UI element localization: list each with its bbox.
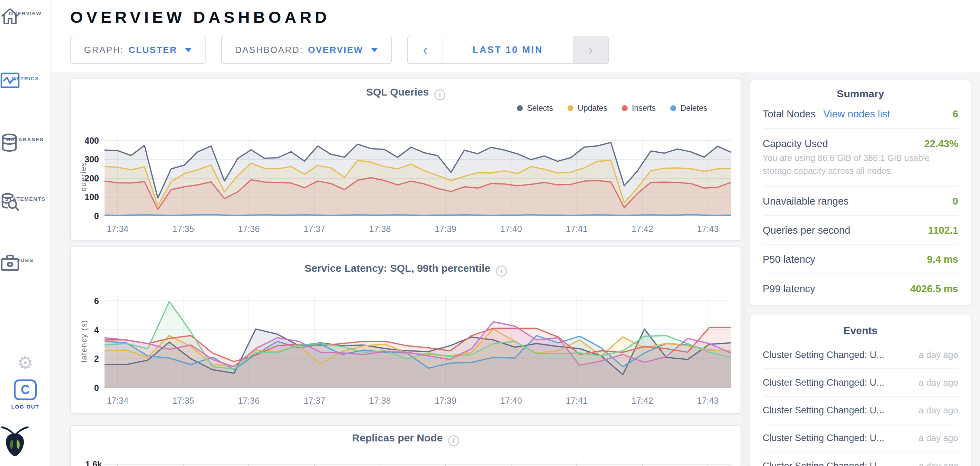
svg-text:200: 200 <box>84 174 99 183</box>
svg-text:17:39: 17:39 <box>434 224 457 234</box>
sidebar-item-overview[interactable]: OVERVIEW <box>0 7 51 16</box>
svg-text:17:35: 17:35 <box>172 396 194 405</box>
logout-label: LOG OUT <box>0 404 51 410</box>
graph-select-dropdown[interactable]: GRAPH: CLUSTER <box>70 36 205 64</box>
summary-row-label: Total Nodes <box>763 109 816 120</box>
summary-row-label: Capacity Used <box>763 138 828 150</box>
events-panel: Events Cluster Setting Changed: U...a da… <box>749 314 971 466</box>
event-row[interactable]: Cluster Setting Changed: U...a day ago <box>763 342 958 369</box>
scrollbar[interactable] <box>742 73 748 464</box>
event-time: a day ago <box>919 433 958 444</box>
dashboard-select-dropdown[interactable]: DASHBOARD: OVERVIEW <box>221 36 392 64</box>
view-nodes-list-link[interactable]: View nodes list <box>823 109 890 120</box>
event-text: Cluster Setting Changed: U... <box>763 377 884 388</box>
time-prev-button[interactable]: ‹ <box>408 36 442 63</box>
summary-row-value: 0 <box>953 196 958 207</box>
dashboard-select-value: OVERVIEW <box>308 45 363 55</box>
svg-text:0: 0 <box>94 383 99 393</box>
svg-text:17:40: 17:40 <box>500 224 522 234</box>
summary-panel: Summary Total NodesView nodes list6Capac… <box>749 80 971 305</box>
svg-text:17:42: 17:42 <box>632 224 653 234</box>
sidebar-item-databases[interactable]: DATABASES <box>0 133 51 142</box>
summary-row-label: Queries per second <box>763 225 850 236</box>
graph-select-value: CLUSTER <box>129 45 177 55</box>
logout-button[interactable]: CLOG OUT <box>0 380 51 410</box>
summary-title: Summary <box>750 80 970 100</box>
summary-row-value: 6 <box>953 109 958 120</box>
sidebar-item-jobs[interactable]: JOBS <box>0 254 51 263</box>
cockroachdb-admin-ui: OVERVIEWMETRICSDATABASESSTATEMENTSJOBS⚙C… <box>0 0 980 466</box>
event-text: Cluster Setting Changed: U... <box>763 405 884 416</box>
summary-row-label: P99 latency <box>763 283 815 295</box>
event-text: Cluster Setting Changed: U... <box>763 350 884 361</box>
gear-icon[interactable]: ⚙ <box>0 354 51 372</box>
svg-text:17:39: 17:39 <box>434 396 457 405</box>
svg-text:17:36: 17:36 <box>238 396 260 405</box>
dashboard-content: SQL Queriesi SelectsUpdatesInsertsDelete… <box>51 72 980 466</box>
time-next-button[interactable]: › <box>573 36 608 63</box>
svg-text:17:41: 17:41 <box>566 224 588 234</box>
event-row[interactable]: Cluster Setting Changed: U...a day ago <box>763 369 958 397</box>
chevron-down-icon <box>371 48 378 52</box>
replicas-per-node-chart-card: Replicas per Nodei 1.6k <box>70 425 741 466</box>
time-range-selector: ‹ LAST 10 MIN › <box>407 36 609 64</box>
svg-text:17:37: 17:37 <box>304 224 325 234</box>
graph-select-label: GRAPH: <box>84 45 124 55</box>
svg-text:17:41: 17:41 <box>566 396 588 405</box>
svg-text:0: 0 <box>94 211 99 221</box>
svg-text:100: 100 <box>84 192 99 202</box>
page-title: OVERVIEW DASHBOARD <box>70 8 330 27</box>
svg-text:6: 6 <box>94 296 99 306</box>
svg-text:17:36: 17:36 <box>238 224 260 234</box>
summary-row: P99 latency4026.5 ms <box>763 274 958 303</box>
service-latency-chart-card: Service Latency: SQL, 99th percentilei l… <box>70 246 741 414</box>
summary-row: Queries per second1102.1 <box>763 216 958 245</box>
dashboard-select-label: DASHBOARD: <box>235 45 303 55</box>
events-title: Events <box>750 314 970 342</box>
event-time: a day ago <box>919 377 958 388</box>
svg-text:17:40: 17:40 <box>500 396 522 405</box>
sidebar-item-metrics[interactable]: METRICS <box>0 72 51 81</box>
svg-text:1.6k: 1.6k <box>85 460 102 466</box>
svg-text:17:42: 17:42 <box>632 396 653 405</box>
summary-row-label: Unavailable ranges <box>763 196 848 207</box>
event-row[interactable]: Cluster Setting Changed: U...a day ago <box>763 397 958 425</box>
svg-text:2: 2 <box>94 354 99 364</box>
svg-text:17:35: 17:35 <box>172 224 194 234</box>
toolbar: GRAPH: CLUSTER DASHBOARD: OVERVIEW ‹ LAS… <box>70 36 609 64</box>
event-time: a day ago <box>919 405 958 416</box>
header: OVERVIEW DASHBOARD GRAPH: CLUSTER DASHBO… <box>51 0 980 72</box>
replicas-per-node-chart[interactable]: 1.6k <box>71 426 742 466</box>
svg-text:400: 400 <box>84 136 99 145</box>
event-time: a day ago <box>919 461 958 466</box>
time-range-label[interactable]: LAST 10 MIN <box>442 36 573 63</box>
svg-text:17:43: 17:43 <box>697 224 719 234</box>
summary-row-value: 4026.5 ms <box>910 283 958 295</box>
event-text: Cluster Setting Changed: U... <box>763 433 884 444</box>
svg-text:17:43: 17:43 <box>697 396 719 405</box>
chevron-down-icon <box>185 48 192 52</box>
summary-row-value: 22.43% <box>924 138 958 150</box>
summary-row-value: 1102.1 <box>928 225 958 236</box>
service-latency-chart[interactable]: 024617:3417:3517:3617:3717:3817:3917:401… <box>71 247 742 415</box>
svg-text:17:34: 17:34 <box>107 224 129 234</box>
cockroach-c-icon: C <box>0 380 51 400</box>
svg-text:300: 300 <box>84 155 99 164</box>
event-row[interactable]: Cluster Setting Changed: U...a day ago <box>763 452 958 466</box>
sql-queries-chart-card: SQL Queriesi SelectsUpdatesInsertsDelete… <box>70 78 741 241</box>
svg-text:4: 4 <box>94 325 99 335</box>
svg-text:17:38: 17:38 <box>369 396 391 405</box>
sidebar-item-statements[interactable]: STATEMENTS <box>0 193 51 202</box>
summary-row-label: P50 latency <box>763 254 815 265</box>
summary-row-value: 9.4 ms <box>927 254 958 265</box>
event-text: Cluster Setting Changed: U... <box>763 461 884 466</box>
summary-row-note: You are using 86.6 GiB of 386.1 GiB usab… <box>763 150 958 177</box>
event-time: a day ago <box>919 350 958 361</box>
event-row[interactable]: Cluster Setting Changed: U...a day ago <box>763 425 958 452</box>
summary-row: P50 latency9.4 ms <box>763 245 958 274</box>
svg-text:17:34: 17:34 <box>107 396 129 405</box>
svg-text:17:38: 17:38 <box>369 224 391 234</box>
summary-row: Total NodesView nodes list6 <box>763 100 958 129</box>
sql-queries-chart[interactable]: 010020030040017:3417:3517:3617:3717:3817… <box>71 78 742 241</box>
summary-row: Capacity Used22.43%You are using 86.6 Gi… <box>763 129 958 187</box>
